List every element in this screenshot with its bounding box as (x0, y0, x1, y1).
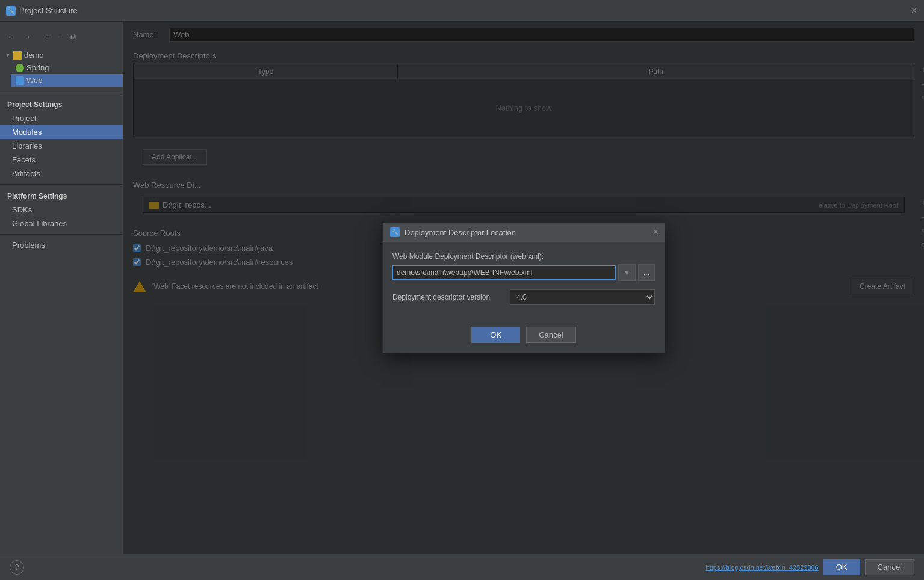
tree-child-spring[interactable]: Spring (11, 61, 123, 74)
sidebar-item-modules[interactable]: Modules (0, 125, 123, 139)
sidebar-item-facets[interactable]: Facets (0, 153, 123, 167)
descriptor-browse-button[interactable]: ... (638, 264, 655, 281)
platform-settings-header: Platform Settings (0, 188, 123, 203)
nav-forward-button[interactable]: → (20, 31, 34, 43)
folder-icon (13, 51, 22, 60)
window-title: Project Structure (19, 6, 78, 15)
tree-spring-label: Spring (26, 63, 49, 72)
module-tree: ▼ demo Spring Web (0, 46, 123, 89)
tree-children: Spring Web (0, 61, 123, 87)
modal-close-button[interactable]: × (653, 227, 659, 238)
window-close-button[interactable]: × (911, 5, 917, 16)
status-url[interactable]: https://blog.csdn.net/weixin_42529806 (701, 564, 819, 571)
descriptor-path-input[interactable] (392, 265, 616, 280)
descriptor-dropdown-arrow[interactable]: ▼ (618, 264, 636, 281)
version-label: Deployment descriptor version (392, 293, 504, 301)
modal-title-bar: 🔧 Deployment Descriptor Location × (383, 223, 665, 242)
modal-footer: OK Cancel (383, 327, 665, 353)
tree-arrow-icon: ▼ (5, 52, 11, 58)
tree-root-label: demo (24, 51, 44, 60)
modal-version-row: Deployment descriptor version 3.0 3.1 4.… (392, 289, 655, 305)
modal-title: Deployment Descriptor Location (405, 228, 516, 237)
sidebar-divider-3 (0, 234, 123, 235)
bottom-ok-button[interactable]: OK (823, 559, 860, 575)
tree-child-web[interactable]: Web (11, 74, 123, 87)
bottom-bar: ? https://blog.csdn.net/weixin_42529806 … (0, 554, 924, 580)
tree-remove-button[interactable]: − (55, 31, 64, 43)
project-settings-header: Project Settings (0, 97, 123, 111)
app-icon: 🔧 (6, 6, 16, 16)
nav-back-button[interactable]: ← (5, 31, 18, 43)
nav-arrows: ← → + − ⧉ (0, 26, 123, 46)
version-select-wrapper: 3.0 3.1 4.0 (510, 289, 655, 305)
sidebar-item-global-libraries[interactable]: Global Libraries (0, 217, 123, 230)
sidebar-item-project[interactable]: Project (0, 111, 123, 125)
modal-ok-button[interactable]: OK (471, 327, 520, 343)
help-button[interactable]: ? (10, 560, 24, 575)
modal-icon: 🔧 (390, 227, 400, 237)
tree-root-demo[interactable]: ▼ demo (0, 49, 123, 61)
modal-overlay: 🔧 Deployment Descriptor Location × Web M… (123, 22, 924, 554)
content-area: Name: Deployment Descriptors Type Path N… (123, 22, 924, 554)
sidebar-item-problems[interactable]: Problems (0, 238, 123, 252)
sidebar: ← → + − ⧉ ▼ demo Spring Web (0, 22, 123, 554)
web-icon (16, 76, 24, 85)
modal-input-row: ▼ ... (392, 264, 655, 281)
modal-dialog: 🔧 Deployment Descriptor Location × Web M… (382, 222, 665, 353)
title-bar: 🔧 Project Structure × (0, 0, 924, 22)
version-select[interactable]: 3.0 3.1 4.0 (510, 289, 655, 305)
modal-body: Web Module Deployment Descriptor (web.xm… (383, 242, 665, 327)
tree-add-button[interactable]: + (43, 31, 52, 43)
sidebar-divider-2 (0, 184, 123, 185)
bottom-cancel-button[interactable]: Cancel (865, 559, 914, 575)
spring-icon (16, 64, 24, 72)
tree-web-label: Web (26, 76, 43, 85)
modal-cancel-button[interactable]: Cancel (526, 327, 575, 343)
sidebar-divider-1 (0, 93, 123, 93)
sidebar-item-libraries[interactable]: Libraries (0, 139, 123, 153)
sidebar-item-artifacts[interactable]: Artifacts (0, 167, 123, 180)
sidebar-item-sdks[interactable]: SDKs (0, 203, 123, 217)
modal-field-label: Web Module Deployment Descriptor (web.xm… (392, 252, 655, 261)
tree-copy-button[interactable]: ⧉ (67, 30, 78, 43)
